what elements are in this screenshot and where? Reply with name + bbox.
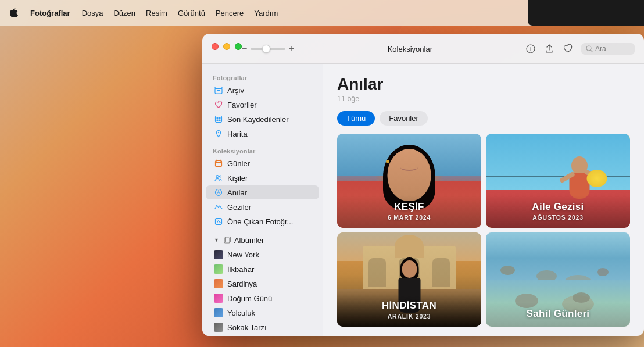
sidebar-item-anilar[interactable]: Anılar	[206, 185, 319, 199]
trips-icon	[214, 202, 223, 212]
apple-menu[interactable]	[9, 8, 19, 17]
sidebar-item-sardinya[interactable]: Sardinya	[206, 277, 319, 291]
svg-rect-8	[217, 117, 219, 119]
sahil-overlay: Sahil Günleri	[486, 302, 630, 327]
menubar-items: Dosya Düzen Resim Görüntü Pencere Yardım	[82, 9, 278, 17]
svg-rect-4	[215, 88, 222, 94]
info-icon[interactable]: i	[525, 44, 536, 54]
toolbar-actions: i	[525, 43, 635, 55]
card-kesif[interactable]: KEŞİF 6 MART 2024	[337, 134, 481, 228]
filter-favorites-button[interactable]: Favoriler	[380, 111, 428, 126]
camera-notch	[528, 0, 644, 26]
sidebar-item-ilkbahar[interactable]: İlkbahar	[206, 262, 319, 276]
albums-icon	[223, 235, 232, 245]
sidebar-item-sokak-label: Sokak Tarzı	[227, 323, 267, 332]
desktop: Fotoğraflar Dosya Düzen Resim Görüntü Pe…	[0, 0, 644, 347]
svg-point-20	[218, 190, 219, 191]
zoom-slider[interactable]	[251, 48, 285, 50]
menu-goruntu[interactable]: Görüntü	[178, 9, 205, 17]
sidebar: Fotoğraflar Arşiv	[202, 64, 323, 336]
window-toolbar: − + Koleksiyonlar i	[202, 34, 644, 64]
menu-yardim[interactable]: Yardım	[254, 9, 278, 17]
archive-icon	[214, 85, 223, 95]
heart-icon[interactable]	[563, 44, 573, 54]
sidebar-item-new-york[interactable]: New York	[206, 248, 319, 262]
sidebar-item-gunler[interactable]: Günler	[206, 156, 319, 170]
share-icon[interactable]	[544, 44, 554, 54]
zoom-controls: − +	[242, 44, 295, 54]
svg-rect-11	[219, 120, 221, 121]
app-name[interactable]: Fotoğraflar	[30, 9, 70, 17]
search-input[interactable]	[595, 45, 630, 53]
sidebar-item-kisiler-label: Kişiler	[227, 174, 248, 183]
sidebar-section-title-fotograflar: Fotoğraflar	[202, 72, 323, 83]
menu-dosya[interactable]: Dosya	[82, 9, 103, 17]
sidebar-item-geziler-label: Geziler	[227, 203, 251, 212]
close-button[interactable]	[212, 43, 219, 50]
card-aile[interactable]: Aile Gezisi AĞUSTOS 2023	[486, 134, 630, 228]
featured-icon	[214, 217, 223, 226]
traffic-lights	[212, 43, 242, 50]
sidebar-item-favoriler-label: Favoriler	[227, 101, 257, 109]
sidebar-item-gunler-label: Günler	[227, 159, 250, 168]
sidebar-albums-toggle[interactable]: ▼ Albümler	[206, 233, 319, 247]
svg-rect-7	[216, 116, 222, 123]
toolbar-title: Koleksiyonlar	[388, 45, 432, 53]
sidebar-item-dogum-label: Doğum Günü	[227, 294, 272, 303]
map-icon	[214, 129, 223, 138]
sidebar-item-geziler[interactable]: Geziler	[206, 200, 319, 214]
people-icon	[214, 173, 223, 183]
sidebar-item-kisiler[interactable]: Kişiler	[206, 171, 319, 185]
birthday-thumb	[214, 294, 223, 303]
sidebar-item-ilkbahar-label: İlkbahar	[227, 265, 254, 274]
sidebar-item-ny-label: New York	[227, 251, 259, 259]
menu-resim[interactable]: Resim	[146, 9, 167, 17]
sidebar-item-arsiv[interactable]: Arşiv	[206, 83, 319, 97]
favorites-icon	[214, 100, 223, 109]
sidebar-item-one-cikan-label: Öne Çıkan Fotoğr...	[227, 217, 293, 226]
menu-pencere[interactable]: Pencere	[216, 9, 244, 17]
page-title: Anılar	[337, 76, 630, 94]
sidebar-section-fotograflar: Fotoğraflar Arşiv	[202, 72, 323, 141]
hindistan-overlay: HİNDİSTAN ARALIK 2023	[337, 294, 481, 327]
card-sahil[interactable]: Sahil Günleri	[486, 232, 630, 327]
sidebar-item-yolculuk[interactable]: Yolculuk	[206, 306, 319, 320]
sidebar-item-sokak[interactable]: Sokak Tarzı	[206, 320, 319, 334]
hindistan-date: ARALIK 2023	[344, 313, 474, 320]
fullscreen-button[interactable]	[235, 43, 242, 50]
zoom-plus-button[interactable]: +	[289, 44, 294, 54]
zoom-thumb[interactable]	[262, 45, 270, 53]
search-box[interactable]	[581, 43, 635, 55]
window-body: Fotoğraflar Arşiv	[202, 64, 644, 336]
sidebar-section-koleksiyonlar: Koleksiyonlar Günler	[202, 145, 323, 228]
svg-point-22	[217, 220, 218, 221]
card-hindistan[interactable]: HİNDİSTAN ARALIK 2023	[337, 232, 481, 327]
aile-title: Aile Gezisi	[493, 201, 623, 213]
sidebar-section-title-koleksiyonlar: Koleksiyonlar	[202, 145, 323, 156]
item-count: 11 öğe	[337, 95, 630, 103]
zoom-minus-button[interactable]: −	[242, 44, 247, 54]
sidebar-item-harita[interactable]: Harita	[206, 127, 319, 141]
svg-point-17	[216, 176, 219, 178]
sahil-title: Sahil Günleri	[493, 308, 623, 320]
svg-line-3	[591, 50, 592, 52]
svg-rect-10	[217, 120, 219, 121]
svg-point-12	[218, 132, 219, 133]
street-thumb	[214, 323, 223, 332]
sidebar-item-harita-label: Harita	[227, 130, 248, 138]
minimize-button[interactable]	[223, 43, 230, 50]
sidebar-item-favoriler[interactable]: Favoriler	[206, 98, 319, 112]
svg-point-18	[220, 176, 221, 177]
hindistan-title: HİNDİSTAN	[344, 300, 474, 312]
menu-duzen[interactable]: Düzen	[113, 9, 135, 17]
sidebar-item-son-label: Son Kaydedilenler	[227, 115, 289, 124]
main-panel: Anılar 11 öğe Tümü Favoriler	[323, 64, 644, 336]
sidebar-item-sardinya-label: Sardinya	[227, 280, 257, 288]
filter-all-button[interactable]: Tümü	[337, 111, 375, 126]
menubar: Fotoğraflar Dosya Düzen Resim Görüntü Pe…	[0, 0, 644, 26]
sidebar-item-dogum-gunu[interactable]: Doğum Günü	[206, 291, 319, 305]
sidebar-item-mimari[interactable]: Mimari	[206, 335, 319, 336]
sidebar-item-son-kaydedilenler[interactable]: Son Kaydedilenler	[206, 112, 319, 126]
memories-icon	[214, 188, 223, 197]
sidebar-item-one-cikan[interactable]: Öne Çıkan Fotoğr...	[206, 214, 319, 228]
